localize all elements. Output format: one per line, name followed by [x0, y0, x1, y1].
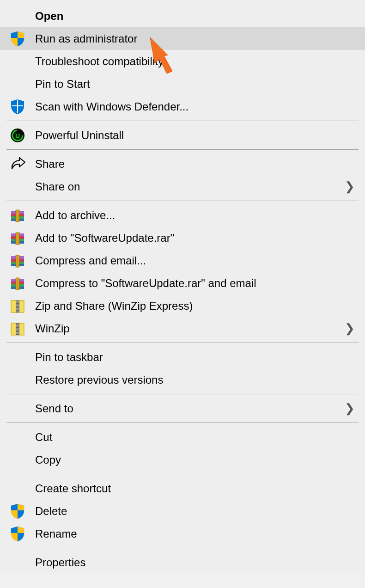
blank-icon [9, 76, 26, 92]
blank-icon [9, 480, 26, 497]
winzip-icon [9, 298, 26, 314]
blank-icon [9, 53, 26, 70]
menu-item-label: Add to "SoftwareUpdate.rar" [35, 232, 355, 245]
menu-item-powerful-uninstall[interactable]: Powerful Uninstall [0, 124, 365, 147]
menu-item-troubleshoot-compatibility[interactable]: Troubleshoot compatibility [0, 50, 365, 73]
menu-item-delete[interactable]: Delete [0, 500, 365, 522]
blank-icon [9, 554, 26, 571]
menu-item-add-to-archive[interactable]: Add to archive... [0, 204, 365, 227]
menu-item-scan-with-windows-defender[interactable]: Scan with Windows Defender... [0, 95, 365, 118]
menu-item-compress-and-email[interactable]: Compress and email... [0, 249, 365, 272]
menu-item-label: Add to archive... [35, 209, 355, 222]
menu-item-share-on[interactable]: Share on❯ [0, 175, 365, 198]
menu-item-label: Powerful Uninstall [35, 129, 355, 142]
menu-item-zip-and-share-winzip-express[interactable]: Zip and Share (WinZip Express) [0, 294, 365, 317]
menu-separator [6, 149, 359, 150]
menu-item-label: Compress to "SoftwareUpdate.rar" and ema… [35, 277, 355, 290]
menu-item-label: Troubleshoot compatibility [35, 55, 355, 68]
blank-icon [9, 178, 26, 195]
menu-item-rename[interactable]: Rename [0, 522, 365, 545]
uac-shield-icon [9, 503, 26, 520]
menu-item-properties[interactable]: Properties [0, 551, 365, 574]
menu-item-label: Restore previous versions [35, 374, 355, 386]
menu-separator [6, 201, 359, 201]
blank-icon [9, 452, 26, 468]
menu-item-label: Scan with Windows Defender... [35, 100, 355, 113]
menu-item-label: Send to [35, 402, 345, 415]
menu-item-label: Share [35, 158, 355, 171]
menu-item-label: Run as administrator [35, 32, 355, 45]
menu-item-send-to[interactable]: Send to❯ [0, 397, 365, 420]
defender-shield-icon [9, 98, 26, 115]
menu-item-label: Pin to taskbar [35, 351, 355, 364]
menu-item-label: Cut [35, 431, 355, 444]
blank-icon [9, 429, 26, 446]
menu-item-run-as-administrator[interactable]: Run as administrator [0, 27, 365, 50]
menu-separator [6, 548, 359, 548]
winrar-icon [9, 252, 26, 269]
uac-shield-icon [9, 526, 26, 542]
blank-icon [9, 372, 26, 388]
menu-item-label: Compress and email... [35, 254, 355, 267]
menu-item-cut[interactable]: Cut [0, 426, 365, 448]
menu-separator [6, 474, 359, 474]
blank-icon [9, 8, 26, 24]
menu-item-label: Share on [35, 180, 345, 193]
menu-separator [6, 343, 359, 343]
menu-item-label: Rename [35, 527, 355, 540]
menu-item-label: Pin to Start [35, 78, 355, 91]
menu-item-share[interactable]: Share [0, 153, 365, 175]
menu-item-winzip[interactable]: WinZip❯ [0, 317, 365, 340]
menu-item-open[interactable]: Open [0, 5, 365, 27]
blank-icon [9, 400, 26, 417]
context-menu: OpenRun as administratorTroubleshoot com… [0, 0, 365, 574]
winrar-icon [9, 275, 26, 292]
menu-item-label: Delete [35, 505, 355, 518]
chevron-right-icon: ❯ [345, 321, 355, 336]
menu-item-label: Properties [35, 556, 355, 569]
uac-shield-icon [9, 31, 26, 47]
menu-item-restore-previous-versions[interactable]: Restore previous versions [0, 368, 365, 391]
winrar-icon [9, 230, 26, 246]
winrar-icon [9, 207, 26, 224]
chevron-right-icon: ❯ [345, 179, 355, 194]
menu-item-label: Copy [35, 453, 355, 466]
menu-item-add-to-softwareupdate-rar[interactable]: Add to "SoftwareUpdate.rar" [0, 227, 365, 249]
menu-separator [6, 394, 359, 394]
iobit-circle-icon [9, 127, 26, 144]
blank-icon [9, 349, 26, 366]
menu-separator [6, 121, 359, 121]
share-arrow-icon [9, 156, 26, 172]
menu-item-label: Open [35, 10, 355, 23]
menu-item-pin-to-taskbar[interactable]: Pin to taskbar [0, 346, 365, 368]
menu-item-copy[interactable]: Copy [0, 448, 365, 471]
menu-separator [6, 423, 359, 423]
menu-item-label: Zip and Share (WinZip Express) [35, 300, 355, 312]
menu-item-label: WinZip [35, 322, 345, 335]
menu-item-pin-to-start[interactable]: Pin to Start [0, 73, 365, 95]
chevron-right-icon: ❯ [345, 401, 355, 416]
winzip-icon [9, 320, 26, 337]
menu-item-compress-to-softwareupdate-rar-and-email[interactable]: Compress to "SoftwareUpdate.rar" and ema… [0, 272, 365, 294]
menu-item-create-shortcut[interactable]: Create shortcut [0, 477, 365, 500]
menu-item-label: Create shortcut [35, 482, 355, 495]
